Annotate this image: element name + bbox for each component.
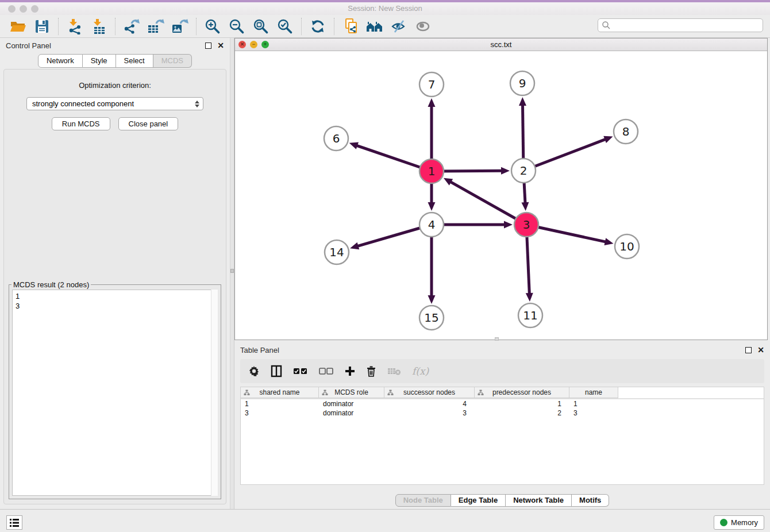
home-icon[interactable] (366, 18, 383, 34)
vertical-splitter[interactable] (230, 38, 234, 509)
window-minimize-button[interactable] (20, 5, 27, 13)
graph-node-3[interactable]: 3 (514, 213, 538, 237)
column-header-predecessor-nodes[interactable]: predecessor nodes (475, 387, 569, 398)
control-panel-tabs: NetworkStyleSelectMCDS (38, 54, 192, 68)
tab-network[interactable]: Network (38, 54, 83, 68)
cell-name[interactable]: 1 (569, 399, 618, 408)
edge-arrowhead (526, 293, 533, 302)
result-scrollbar[interactable] (211, 290, 218, 496)
svg-text:7: 7 (428, 78, 436, 91)
settings-gear-icon[interactable] (248, 365, 260, 377)
add-column-icon[interactable] (345, 366, 355, 376)
close-table-panel-icon[interactable]: ✕ (757, 347, 764, 353)
open-session-icon[interactable] (9, 18, 26, 34)
network-minimize-button[interactable]: − (250, 41, 257, 48)
eye-icon[interactable] (414, 18, 432, 34)
float-table-panel-icon[interactable] (745, 347, 752, 353)
zoom-out-icon[interactable] (228, 18, 245, 34)
mcds-result-list[interactable]: 1 3 (12, 290, 218, 496)
edge-arrowhead (501, 167, 510, 175)
float-panel-icon[interactable] (205, 43, 211, 49)
svg-text:1: 1 (428, 164, 436, 178)
node-table[interactable]: shared nameMCDS rolesuccessor nodesprede… (240, 387, 764, 485)
tab-select[interactable]: Select (116, 54, 153, 68)
network-zoom-button[interactable]: + (261, 41, 269, 48)
cell-MCDS-role[interactable]: dominator (319, 399, 384, 408)
table-row[interactable]: 3dominator323 (241, 408, 764, 418)
column-header-name[interactable]: name (569, 387, 618, 398)
graph-node-2[interactable]: 2 (511, 159, 536, 183)
close-panel-button[interactable]: Close panel (118, 117, 179, 130)
cell-successor-nodes[interactable]: 4 (384, 399, 475, 408)
delete-column-icon[interactable] (366, 365, 376, 377)
network-graph: 7968124314101511 (235, 51, 767, 340)
edge-arrowhead (350, 242, 359, 249)
run-mcds-button[interactable]: Run MCDS (52, 117, 110, 130)
vertical-splitter-grip[interactable] (230, 269, 234, 273)
cell-predecessor-nodes[interactable]: 1 (475, 399, 569, 408)
edge-3-1[interactable] (450, 182, 526, 225)
svg-text:14: 14 (329, 245, 344, 259)
close-panel-icon[interactable]: ✕ (217, 43, 224, 49)
tab-edge-table[interactable]: Edge Table (451, 494, 506, 507)
cell-predecessor-nodes[interactable]: 2 (475, 408, 569, 418)
control-panel-header: Control Panel ✕ (0, 38, 230, 53)
cell-name[interactable]: 3 (569, 408, 618, 418)
refresh-icon[interactable] (309, 18, 326, 34)
edge-2-8[interactable] (523, 139, 606, 171)
tab-motifs[interactable]: Motifs (572, 494, 609, 507)
tab-style[interactable]: Style (83, 54, 116, 68)
tab-node-table[interactable]: Node Table (395, 494, 451, 507)
memory-button[interactable]: Memory (714, 515, 764, 530)
graph-node-4[interactable]: 4 (419, 213, 444, 237)
export-image-icon[interactable] (171, 18, 188, 34)
column-visibility-icon[interactable] (271, 365, 282, 377)
edge-arrowhead (519, 97, 526, 106)
graph-node-10[interactable]: 10 (615, 234, 639, 259)
graph-node-11[interactable]: 11 (518, 303, 542, 327)
graph-node-14[interactable]: 14 (325, 240, 349, 264)
cell-MCDS-role[interactable]: dominator (319, 408, 384, 418)
toolbar-separator (58, 18, 59, 35)
export-table-icon[interactable] (147, 18, 164, 34)
window-zoom-button[interactable] (31, 5, 38, 13)
column-header-MCDS-role[interactable]: MCDS role (319, 387, 384, 398)
graph-node-8[interactable]: 8 (614, 119, 638, 144)
optimization-criterion-label: Optimization criterion: (4, 81, 226, 90)
graph-node-15[interactable]: 15 (419, 306, 444, 330)
column-header-successor-nodes[interactable]: successor nodes (384, 387, 475, 398)
horizontal-splitter-grip[interactable] (495, 337, 499, 341)
select-all-columns-icon[interactable] (293, 368, 308, 375)
save-session-icon[interactable] (33, 18, 51, 34)
zoom-selected-region-icon[interactable] (276, 18, 294, 34)
mcds-result-group: MCDS result (2 nodes) 1 3 (9, 284, 221, 499)
export-network-icon[interactable] (123, 18, 140, 34)
tab-network-table[interactable]: Network Table (506, 494, 572, 507)
zoom-fit-content-icon[interactable] (252, 18, 270, 34)
criterion-select[interactable]: strongly connected component (26, 97, 203, 110)
column-header-shared-name[interactable]: shared name (241, 387, 319, 398)
eye-slash-icon[interactable] (390, 18, 407, 34)
window-close-button[interactable] (8, 5, 16, 13)
cell-shared-name[interactable]: 3 (241, 408, 319, 418)
deselect-all-columns-icon[interactable] (319, 368, 334, 375)
zoom-in-icon[interactable] (204, 18, 221, 34)
cell-shared-name[interactable]: 1 (241, 399, 319, 408)
task-history-button[interactable] (6, 515, 22, 530)
graph-node-6[interactable]: 6 (324, 126, 348, 151)
graph-node-7[interactable]: 7 (419, 72, 444, 97)
search-box[interactable] (598, 18, 763, 32)
import-network-from-file-icon[interactable] (66, 18, 83, 34)
table-toolbar: f(x) (240, 359, 764, 383)
search-input[interactable] (611, 21, 763, 30)
graph-node-1[interactable]: 1 (419, 159, 444, 183)
network-canvas[interactable]: 7968124314101511 (235, 51, 767, 340)
table-row[interactable]: 1dominator411 (241, 399, 764, 408)
import-table-from-file-icon[interactable] (90, 18, 107, 34)
cell-successor-nodes[interactable]: 3 (384, 408, 475, 418)
network-close-button[interactable]: ✕ (238, 41, 246, 48)
window-titlebar: Session: New Session (0, 2, 770, 15)
duplicate-network-icon[interactable] (342, 18, 359, 34)
graph-node-9[interactable]: 9 (510, 71, 534, 95)
tab-mcds[interactable]: MCDS (153, 54, 192, 68)
